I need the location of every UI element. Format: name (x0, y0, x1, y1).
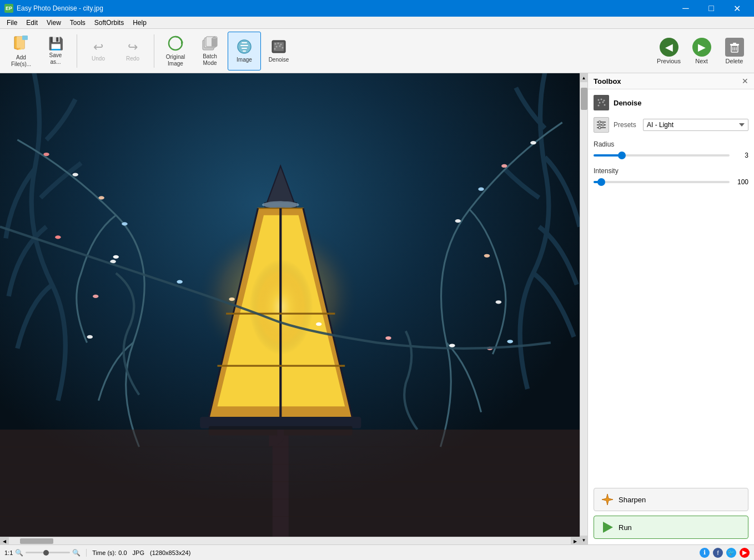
toolbox-close-button[interactable]: ✕ (742, 77, 748, 85)
delete-button[interactable]: Delete (719, 32, 750, 70)
batch-mode-label: BatchMode (203, 53, 217, 67)
minimize-button[interactable]: ─ (673, 0, 698, 17)
menu-tools[interactable]: Tools (66, 18, 90, 28)
menu-edit[interactable]: Edit (22, 18, 42, 28)
presets-label: Presets (614, 121, 639, 129)
svg-point-33 (98, 196, 104, 199)
menu-view[interactable]: View (42, 18, 66, 28)
toolbar: 📂 AddFile(s)... 💾 Saveas... ↩ Undo ↪ Red… (0, 29, 754, 73)
facebook-icon[interactable]: f (713, 548, 723, 558)
toolbox-buttons: Sharpen Run (588, 482, 754, 544)
svg-rect-64 (0, 430, 580, 537)
denoise-section-title: Denoise (614, 99, 642, 107)
title-bar-controls: ─ □ ✕ (673, 0, 750, 17)
svg-rect-11 (240, 45, 248, 46)
svg-rect-13 (243, 51, 246, 52)
run-button[interactable]: Run (594, 516, 748, 539)
vscroll-up-button[interactable]: ▲ (580, 73, 588, 82)
hscroll-left-button[interactable]: ◀ (0, 537, 9, 545)
svg-point-20 (279, 46, 281, 47)
sharpen-label: Sharpen (619, 496, 646, 504)
save-icon: 💾 (48, 37, 63, 51)
toolbar-separator-2 (154, 34, 154, 68)
svg-point-77 (604, 104, 606, 106)
svg-point-74 (599, 102, 601, 104)
previous-label: Previous (657, 58, 681, 64)
svg-point-42 (484, 254, 490, 258)
add-file-button[interactable]: 📂 AddFile(s)... (4, 32, 38, 70)
denoise-label: Denoise (269, 57, 289, 63)
svg-point-57 (113, 255, 119, 259)
toolbar-right: ◀ Previous ▶ Next Delete (654, 32, 750, 70)
zoom-section: 1:1 🔍 🔍 (4, 549, 87, 557)
svg-point-36 (93, 295, 98, 298)
dimensions-value: (1280x853x24) (150, 549, 190, 556)
svg-point-73 (604, 100, 605, 102)
radius-slider-thumb[interactable] (618, 152, 626, 159)
svg-rect-10 (242, 42, 247, 43)
original-image-label: OriginalImage (166, 54, 185, 67)
intensity-slider-track[interactable] (594, 181, 730, 183)
intensity-slider-thumb[interactable] (597, 178, 605, 186)
vscroll-thumb[interactable] (581, 88, 587, 110)
hscroll-right-button[interactable]: ▶ (571, 537, 580, 545)
zoom-out-icon[interactable]: 🔍 (15, 549, 23, 557)
hscroll-track[interactable] (9, 537, 571, 544)
time-value: 0.0 (118, 549, 127, 556)
radius-slider-track[interactable] (594, 154, 730, 157)
denoise-button[interactable]: Denoise (262, 32, 295, 70)
undo-label: Undo (92, 56, 105, 62)
maximize-button[interactable]: □ (698, 0, 724, 17)
vscroll-track[interactable] (580, 82, 587, 536)
vscrollbar[interactable]: ▲ ▼ (580, 73, 587, 544)
format-value: JPG (133, 549, 144, 556)
presets-icon (594, 117, 609, 133)
youtube-icon[interactable]: ▶ (740, 548, 750, 558)
radius-slider-fill (594, 154, 621, 157)
svg-point-18 (280, 44, 282, 46)
zoom-controls: 🔍 🔍 (15, 549, 81, 557)
sharpen-icon (601, 493, 614, 506)
menu-softorbits[interactable]: SoftOrbits (90, 18, 128, 28)
status-bar: 1:1 🔍 🔍 Time (s): 0.0 JPG (1280x853x24) … (0, 544, 754, 560)
sharpen-button[interactable]: Sharpen (594, 488, 748, 511)
svg-point-76 (598, 105, 600, 107)
run-icon (601, 521, 614, 534)
image-correction-button[interactable]: Image (228, 32, 261, 70)
redo-button[interactable]: ↪ Redo (116, 32, 149, 70)
title-bar-left: EP Easy Photo Denoise - city.jpg (4, 4, 103, 13)
svg-point-82 (602, 124, 604, 126)
toolbox-title: Toolbox (594, 77, 621, 85)
save-as-button[interactable]: 💾 Saveas... (39, 32, 72, 70)
svg-point-19 (276, 46, 278, 48)
toolbox-panel: Toolbox ✕ Denoise (587, 73, 754, 544)
vscroll-down-button[interactable]: ▼ (580, 536, 588, 544)
menu-help[interactable]: Help (128, 18, 151, 28)
close-button[interactable]: ✕ (724, 0, 750, 17)
undo-button[interactable]: ↩ Undo (82, 32, 115, 70)
save-as-label: Saveas... (49, 52, 62, 65)
next-button[interactable]: ▶ Next (686, 32, 717, 70)
svg-point-58 (177, 280, 182, 284)
previous-button[interactable]: ◀ Previous (654, 32, 684, 70)
image-area[interactable] (0, 73, 580, 537)
zoom-slider-thumb[interactable] (43, 550, 49, 556)
svg-point-21 (274, 48, 276, 50)
format-section: JPG (133, 549, 144, 556)
zoom-slider[interactable] (26, 552, 70, 553)
svg-point-62 (449, 344, 455, 347)
zoom-in-icon[interactable]: 🔍 (72, 549, 81, 557)
svg-point-75 (602, 102, 604, 103)
hscroll-thumb[interactable] (20, 538, 53, 544)
info-icon[interactable]: ℹ (700, 548, 710, 558)
twitter-icon[interactable]: 🐦 (726, 548, 736, 558)
presets-select[interactable]: AI - Light AI - Medium AI - Heavy Classi… (643, 119, 748, 131)
intensity-slider-row: 100 (594, 178, 748, 186)
undo-icon: ↩ (93, 40, 103, 54)
add-file-icon: 📂 (13, 34, 29, 53)
batch-mode-button[interactable]: BatchMode (193, 32, 227, 70)
toolbox-header: Toolbox ✕ (588, 73, 754, 89)
menu-file[interactable]: File (2, 18, 22, 28)
original-image-button[interactable]: OriginalImage (159, 32, 192, 70)
svg-point-34 (122, 222, 127, 225)
